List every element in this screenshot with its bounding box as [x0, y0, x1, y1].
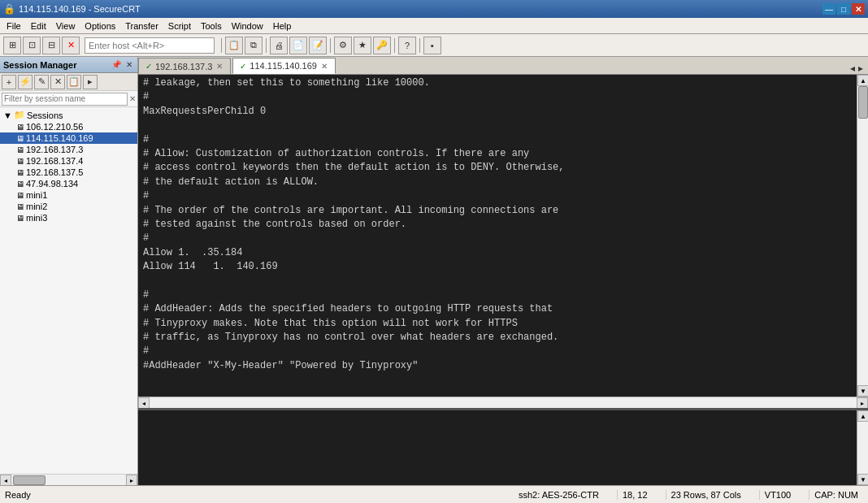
menu-window[interactable]: Window — [227, 20, 268, 33]
session-more-btn[interactable]: ▸ — [83, 75, 98, 89]
bottom-scroll-down[interactable]: ▼ — [857, 474, 868, 485]
computer-icon-3: 🖥 — [16, 157, 24, 166]
session-label-7: mini2 — [26, 202, 47, 211]
status-ready: Ready — [5, 490, 31, 500]
toolbar-btn-help[interactable]: ? — [398, 37, 416, 54]
toolbar-btn-close[interactable]: ✕ — [62, 37, 80, 54]
app-icon: 🔒 — [3, 3, 15, 15]
toolbar-btn-11[interactable]: ▪ — [423, 37, 441, 54]
menu-tools[interactable]: Tools — [196, 20, 227, 33]
tab-0-icon: ✓ — [145, 62, 152, 71]
session-panel-title: Session Manager — [3, 60, 76, 70]
session-item-3[interactable]: 🖥 192.168.137.4 — [0, 155, 137, 167]
toolbar-btn-6[interactable]: 📄 — [289, 37, 307, 54]
host-input[interactable] — [85, 37, 215, 54]
bottom-terminal-content[interactable] — [138, 410, 857, 485]
tab-1[interactable]: ✓ 114.115.140.169 ✕ — [232, 58, 336, 74]
scroll-thumb-v[interactable] — [858, 86, 868, 119]
tab-nav-prev[interactable]: ◂ — [850, 63, 855, 74]
tree-root: ▼ 📁 Sessions 🖥 106.12.210.56 🖥 114.115.1… — [0, 107, 137, 225]
toolbar-btn-2[interactable]: ⊡ — [23, 37, 41, 54]
toolbar-btn-9[interactable]: ★ — [354, 37, 371, 54]
status-position: 18, 12 — [617, 490, 653, 500]
session-filter: ✕ — [0, 91, 137, 107]
menu-bar: File Edit View Options Transfer Script T… — [0, 18, 868, 34]
session-label-4: 192.168.137.5 — [26, 167, 83, 177]
menu-transfer[interactable]: Transfer — [120, 20, 163, 33]
session-close-button[interactable]: ✕ — [124, 60, 134, 69]
session-item-8[interactable]: 🖥 mini3 — [0, 212, 137, 223]
session-delete-btn[interactable]: ✕ — [50, 75, 65, 89]
session-toolbar: + ⚡ ✎ ✕ 📋 ▸ — [0, 73, 137, 91]
toolbar-btn-8[interactable]: ⚙ — [334, 37, 352, 54]
menu-view[interactable]: View — [51, 20, 80, 33]
session-scroll-right[interactable]: ▸ — [126, 475, 137, 485]
title-bar: 🔒 114.115.140.169 - SecureCRT — □ ✕ — [0, 0, 868, 18]
scroll-up-btn[interactable]: ▲ — [857, 75, 868, 86]
tab-0-label: 192.168.137.3 — [155, 62, 212, 72]
session-item-4[interactable]: 🖥 192.168.137.5 — [0, 167, 137, 178]
scroll-track-v — [857, 86, 868, 385]
toolbar-sep-3 — [330, 38, 331, 53]
session-scroll-left[interactable]: ◂ — [0, 475, 11, 485]
session-item-7[interactable]: 🖥 mini2 — [0, 201, 137, 212]
toolbar-btn-7[interactable]: 📝 — [309, 37, 327, 54]
menu-edit[interactable]: Edit — [26, 20, 51, 33]
tab-1-close[interactable]: ✕ — [320, 62, 328, 71]
session-filter-close[interactable]: ✕ — [129, 94, 136, 103]
session-item-0[interactable]: 🖥 106.12.210.56 — [0, 121, 137, 132]
computer-icon-8: 🖥 — [16, 214, 24, 223]
session-header-buttons: 📌 ✕ — [110, 60, 134, 69]
toolbar: ⊞ ⊡ ⊟ ✕ 📋 ⧉ 🖨 📄 📝 ⚙ ★ 🔑 ? ▪ — [0, 34, 868, 57]
toolbar-btn-10[interactable]: 🔑 — [373, 37, 391, 54]
sessions-label: Sessions — [27, 111, 63, 120]
session-label-6: mini1 — [26, 190, 47, 200]
menu-file[interactable]: File — [2, 20, 26, 33]
session-pin-button[interactable]: 📌 — [110, 60, 123, 69]
session-connect-btn[interactable]: ⚡ — [18, 75, 33, 89]
toolbar-sep-2 — [266, 38, 267, 53]
session-scroll-thumb[interactable] — [13, 475, 46, 485]
scroll-left-btn[interactable]: ◂ — [138, 397, 150, 409]
scroll-right-btn[interactable]: ▸ — [857, 397, 868, 409]
computer-icon-5: 🖥 — [16, 180, 24, 189]
session-label-1: 114.115.140.169 — [26, 133, 93, 143]
computer-icon-1: 🖥 — [16, 134, 24, 143]
computer-icon-7: 🖥 — [16, 202, 24, 211]
computer-icon-6: 🖥 — [16, 191, 24, 200]
bottom-scrollbar: ◂ ▸ — [138, 397, 868, 408]
terminal-content[interactable]: # leakage, then set this to something li… — [138, 75, 857, 397]
scroll-track-h — [150, 397, 857, 408]
tab-1-label: 114.115.140.169 — [250, 61, 317, 71]
tab-nav-next[interactable]: ▸ — [858, 63, 863, 74]
session-new-btn[interactable]: + — [2, 75, 16, 89]
session-filter-input[interactable] — [2, 93, 128, 106]
session-edit-btn[interactable]: ✎ — [34, 75, 49, 89]
session-item-5[interactable]: 🖥 47.94.98.134 — [0, 178, 137, 189]
toolbar-btn-5[interactable]: ⧉ — [245, 37, 263, 54]
bottom-scroll-up[interactable]: ▲ — [857, 410, 868, 422]
tab-0-close[interactable]: ✕ — [215, 62, 224, 71]
computer-icon-4: 🖥 — [16, 168, 24, 177]
tree-folder-sessions[interactable]: ▼ 📁 Sessions — [0, 109, 137, 121]
bottom-terminal-panel: ▲ ▼ — [138, 408, 868, 485]
menu-script[interactable]: Script — [163, 20, 196, 33]
session-item-1[interactable]: 🖥 114.115.140.169 — [0, 132, 137, 144]
toolbar-btn-3[interactable]: ⊟ — [42, 37, 60, 54]
close-button[interactable]: ✕ — [852, 3, 865, 15]
scroll-down-btn[interactable]: ▼ — [857, 385, 868, 397]
tab-0[interactable]: ✓ 192.168.137.3 ✕ — [138, 58, 231, 74]
maximize-button[interactable]: □ — [837, 3, 850, 15]
menu-help[interactable]: Help — [268, 20, 297, 33]
status-encryption: ssh2: AES-256-CTR — [514, 490, 604, 500]
session-h-scrollbar: ◂ ▸ — [0, 474, 137, 485]
toolbar-btn-print[interactable]: 🖨 — [270, 37, 288, 54]
session-item-2[interactable]: 🖥 192.168.137.3 — [0, 144, 137, 155]
session-item-6[interactable]: 🖥 mini1 — [0, 189, 137, 201]
session-copy-btn[interactable]: 📋 — [67, 75, 81, 89]
minimize-button[interactable]: — — [822, 3, 835, 15]
menu-options[interactable]: Options — [80, 20, 120, 33]
toolbar-btn-1[interactable]: ⊞ — [3, 37, 21, 54]
session-label-3: 192.168.137.4 — [26, 156, 83, 166]
toolbar-btn-4[interactable]: 📋 — [225, 37, 243, 54]
